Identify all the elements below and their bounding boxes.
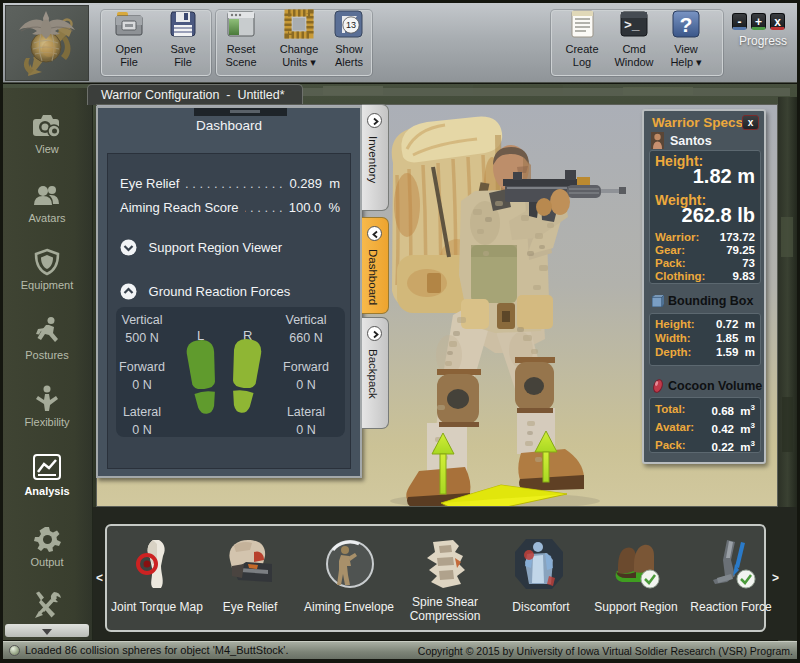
svg-text:>_: >_: [624, 18, 640, 33]
svg-text:13: 13: [346, 20, 356, 30]
svg-text:?: ?: [680, 13, 693, 36]
